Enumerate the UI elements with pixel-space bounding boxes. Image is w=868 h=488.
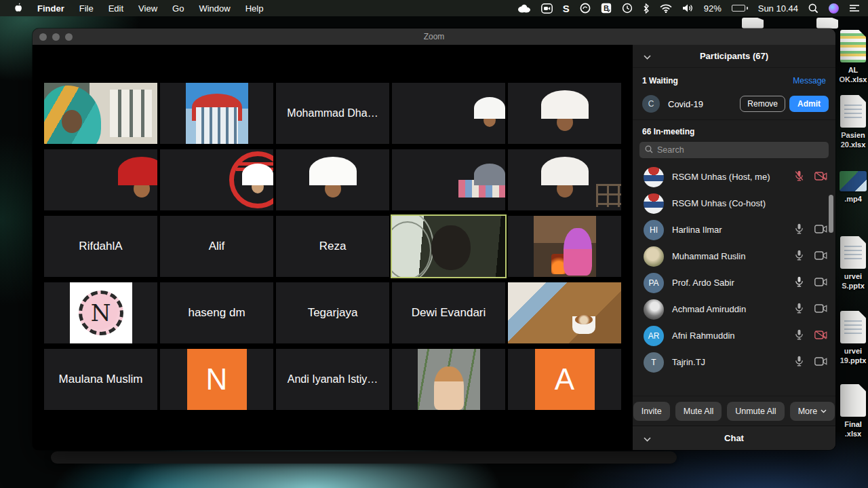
- video-tile[interactable]: [392, 149, 505, 210]
- video-tile[interactable]: A: [508, 349, 621, 410]
- window-title: Zoom: [33, 32, 835, 41]
- more-button[interactable]: More: [790, 402, 835, 421]
- video-tile[interactable]: [508, 282, 621, 343]
- participant-name-label: Andi Iyanah Istiy…: [288, 373, 378, 386]
- window-titlebar[interactable]: Zoom: [33, 29, 835, 45]
- menu-window[interactable]: Window: [191, 3, 237, 14]
- avatar: [644, 299, 664, 320]
- creative-cloud-icon[interactable]: [580, 3, 591, 14]
- collapse-chat-icon[interactable]: [644, 432, 651, 445]
- menu-finder[interactable]: Finder: [30, 3, 72, 14]
- search-box[interactable]: [639, 142, 829, 158]
- video-tile[interactable]: [160, 149, 273, 210]
- desktop-file-xlsx[interactable]: ALOK.xlsx: [837, 30, 868, 84]
- video-tile[interactable]: [508, 216, 621, 277]
- video-tile[interactable]: N: [160, 349, 273, 410]
- video-icon: [814, 356, 827, 369]
- participant-row[interactable]: Muhammad Ruslin: [633, 243, 835, 269]
- collapse-participants-icon[interactable]: [644, 50, 651, 62]
- video-tile[interactable]: [508, 149, 621, 210]
- background-window-bar[interactable]: [51, 451, 677, 464]
- participant-row[interactable]: Achmad Amiruddin: [633, 296, 835, 322]
- video-tile[interactable]: Maulana Muslim: [44, 349, 157, 410]
- video-tile[interactable]: [44, 83, 157, 144]
- participants-panel: Participants (67) 1 Waiting Message C Co…: [632, 45, 835, 450]
- video-tile[interactable]: RifdahlA: [44, 216, 157, 277]
- menu-go[interactable]: Go: [165, 3, 191, 14]
- participant-name: RSGM Unhas (Host, me): [672, 172, 770, 182]
- participant-row[interactable]: RSGM Unhas (Co-host): [633, 190, 835, 217]
- participant-row[interactable]: HI Harlina Ilmar: [633, 217, 835, 243]
- menu-edit[interactable]: Edit: [101, 3, 131, 14]
- mic-icon: [795, 223, 804, 237]
- volume-icon[interactable]: [682, 3, 694, 13]
- video-tile[interactable]: [392, 349, 505, 410]
- desktop-file-pptx[interactable]: urvei19.pptx: [837, 311, 868, 365]
- list-scrollbar[interactable]: [829, 195, 833, 233]
- chat-section-header[interactable]: Chat: [633, 426, 835, 450]
- participant-name-label: RifdahlA: [79, 240, 122, 253]
- video-tile[interactable]: Tegarjaya: [276, 282, 389, 343]
- desktop-file-xlsx[interactable]: Final.xlsx: [837, 384, 868, 438]
- desktop-file-mp4[interactable]: .mp4: [837, 171, 868, 204]
- xlsx-icon: [840, 30, 866, 62]
- menu-help[interactable]: Help: [238, 3, 271, 14]
- participant-row[interactable]: AR Afni Rahmuddin: [633, 322, 835, 349]
- avatar: AR: [644, 326, 664, 346]
- onedrive-icon[interactable]: [517, 4, 531, 13]
- video-tile[interactable]: [160, 83, 273, 144]
- invite-button[interactable]: Invite: [633, 402, 670, 421]
- video-tile[interactable]: [44, 149, 157, 210]
- time-machine-icon[interactable]: [622, 3, 633, 14]
- video-tile[interactable]: [276, 149, 389, 210]
- menu-file[interactable]: File: [72, 3, 101, 14]
- video-tile[interactable]: N: [44, 282, 157, 343]
- video-tile[interactable]: [392, 83, 505, 144]
- video-tile[interactable]: Alif: [160, 216, 273, 277]
- avatar: C: [642, 95, 660, 113]
- mic-icon: [795, 250, 804, 263]
- mute-all-button[interactable]: Mute All: [675, 402, 722, 421]
- notification-center-icon[interactable]: [849, 4, 860, 13]
- siri-icon[interactable]: [829, 3, 839, 14]
- video-tile[interactable]: Reza: [276, 216, 389, 277]
- active-speaker-tile[interactable]: [392, 216, 505, 277]
- video-off-icon: [814, 330, 827, 342]
- battery-icon[interactable]: [732, 5, 748, 12]
- bluetooth-icon[interactable]: [643, 3, 650, 14]
- participant-row[interactable]: PA Prof. Ardo Sabir: [633, 269, 835, 296]
- video-tile[interactable]: haseng dm: [160, 282, 273, 343]
- backup-app-icon[interactable]: B: [601, 3, 612, 14]
- video-tile[interactable]: Dewi Evandari: [392, 282, 505, 343]
- s-app-icon[interactable]: S: [563, 3, 570, 14]
- video-tile[interactable]: Andi Iyanah Istiy…: [276, 349, 389, 410]
- admit-button[interactable]: Admit: [789, 96, 829, 112]
- search-input[interactable]: [657, 145, 823, 155]
- camera-status-icon[interactable]: [541, 3, 553, 14]
- spotlight-icon[interactable]: [808, 3, 818, 14]
- menu-view[interactable]: View: [131, 3, 165, 14]
- apple-menu-icon[interactable]: [14, 3, 23, 14]
- participant-row[interactable]: T Tajrin.TJ: [633, 349, 835, 375]
- participant-row[interactable]: RSGM Unhas (Host, me): [633, 164, 835, 190]
- video-tile[interactable]: Mohammad Dha…: [276, 83, 389, 144]
- menu-clock[interactable]: Sun 10.44: [758, 3, 798, 14]
- unmute-all-button[interactable]: Unmute All: [727, 402, 784, 421]
- video-icon: [814, 277, 827, 289]
- remove-button[interactable]: Remove: [740, 96, 785, 112]
- battery-percent: 92%: [704, 3, 722, 14]
- wifi-icon[interactable]: [660, 4, 672, 13]
- waiting-row[interactable]: C Covid-19 Remove Admit: [633, 90, 835, 119]
- video-file-icon: [840, 171, 867, 191]
- desktop-file-icon[interactable]: [736, 18, 769, 29]
- participant-name-label: Maulana Muslim: [59, 373, 143, 386]
- avatar: PA: [644, 273, 664, 293]
- video-tile[interactable]: [508, 83, 621, 144]
- file-icon: [816, 18, 838, 29]
- video-icon: [814, 303, 827, 316]
- desktop-file-pptx[interactable]: urveiS.pptx: [837, 236, 868, 290]
- message-link[interactable]: Message: [793, 76, 826, 86]
- avatar: T: [644, 352, 664, 373]
- desktop-file-xlsx[interactable]: Pasien20.xlsx: [837, 95, 868, 149]
- desktop-file-icon[interactable]: [811, 18, 844, 29]
